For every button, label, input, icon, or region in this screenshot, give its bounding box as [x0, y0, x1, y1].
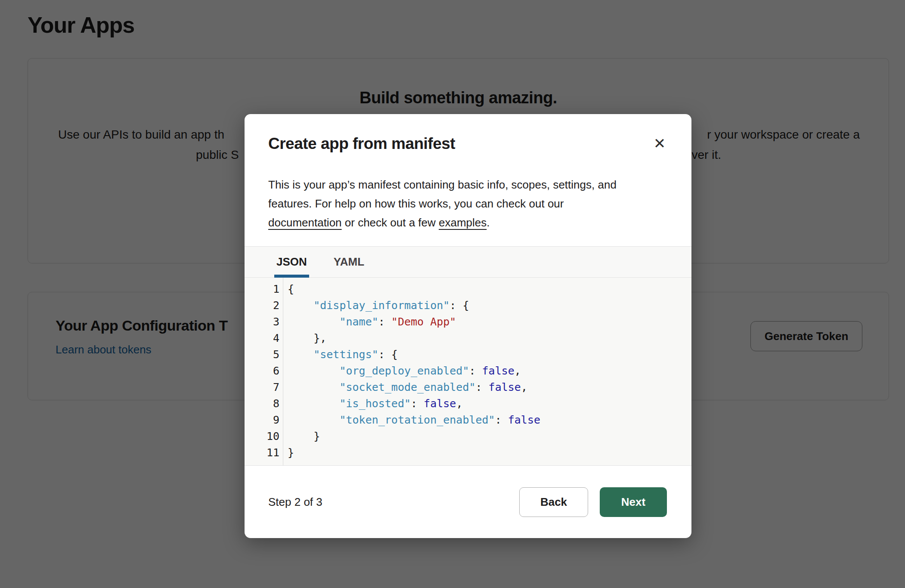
description-line2: features. For help on how this works, yo… — [268, 194, 617, 213]
editor-code: { "display_information": { "name": "Demo… — [283, 278, 691, 465]
modal-footer: Step 2 of 3 Back Next — [245, 466, 691, 538]
description-end-text: . — [487, 216, 490, 229]
manifest-format-tabbar: JSON YAML — [245, 246, 691, 278]
examples-link[interactable]: examples — [439, 216, 487, 229]
tab-yaml[interactable]: YAML — [332, 247, 366, 277]
close-button[interactable]: ✕ — [648, 132, 671, 155]
next-button[interactable]: Next — [600, 487, 667, 517]
create-app-from-manifest-modal: Create app from manifest ✕ This is your … — [245, 114, 691, 538]
manifest-editor[interactable]: 1234567891011 { "display_information": {… — [245, 278, 691, 466]
tab-json[interactable]: JSON — [274, 247, 309, 277]
modal-title: Create app from manifest — [268, 135, 455, 153]
modal-description: This is your app’s manifest containing b… — [268, 175, 617, 232]
close-icon: ✕ — [654, 135, 666, 152]
editor-gutter: 1234567891011 — [245, 278, 283, 465]
documentation-link[interactable]: documentation — [268, 216, 342, 229]
description-mid-text: or check out a few — [342, 216, 439, 229]
back-button[interactable]: Back — [519, 487, 588, 517]
step-indicator: Step 2 of 3 — [268, 495, 519, 509]
description-line3: documentation or check out a few example… — [268, 213, 617, 232]
description-line1: This is your app’s manifest containing b… — [268, 175, 617, 194]
